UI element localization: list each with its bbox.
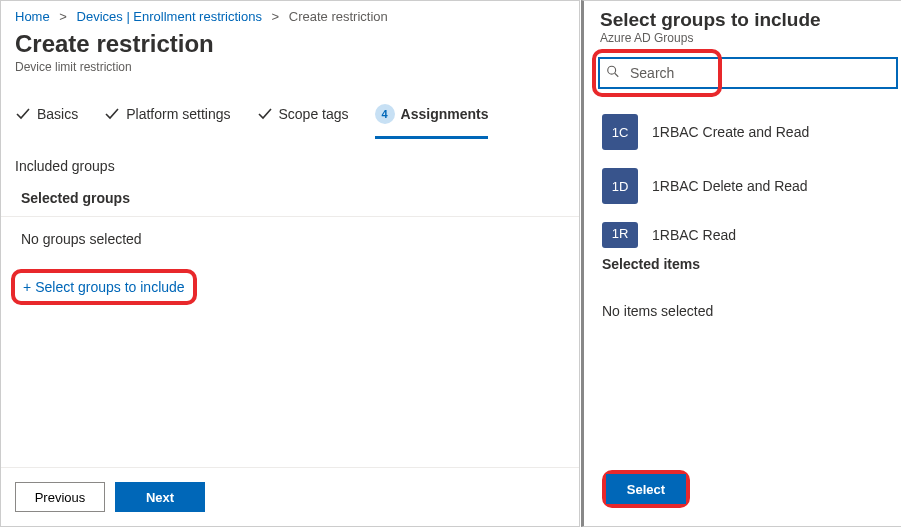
search-icon [606, 65, 620, 82]
breadcrumb-home[interactable]: Home [15, 9, 50, 24]
breadcrumb: Home > Devices | Enrollment restrictions… [1, 1, 579, 30]
breadcrumb-current: Create restriction [289, 9, 388, 24]
panel-title: Select groups to include [588, 1, 901, 31]
svg-point-0 [608, 66, 616, 74]
group-name: 1RBAC Create and Read [652, 124, 809, 140]
group-name: 1RBAC Delete and Read [652, 178, 808, 194]
svg-line-1 [615, 73, 619, 77]
breadcrumb-devices[interactable]: Devices | Enrollment restrictions [77, 9, 262, 24]
group-avatar: 1R [602, 222, 638, 248]
group-item[interactable]: 1D 1RBAC Delete and Read [588, 159, 901, 213]
search-input[interactable] [598, 57, 898, 89]
group-name: 1RBAC Read [652, 227, 736, 243]
select-groups-panel: Select groups to include Azure AD Groups… [581, 0, 901, 527]
plus-icon: + [23, 279, 31, 295]
highlight-annotation: Select [602, 470, 690, 508]
breadcrumb-sep: > [59, 9, 67, 24]
main-content: Home > Devices | Enrollment restrictions… [0, 0, 580, 527]
add-link-label: Select groups to include [35, 279, 184, 295]
selected-items-header: Selected items [588, 248, 901, 279]
page-subtitle: Device limit restriction [15, 60, 565, 74]
breadcrumb-sep: > [272, 9, 280, 24]
step-scope-tags[interactable]: Scope tags [257, 96, 349, 137]
check-icon [104, 106, 120, 122]
step-assignments[interactable]: 4 Assignments [375, 94, 489, 139]
step-number-badge: 4 [375, 104, 395, 124]
next-button[interactable]: Next [115, 482, 205, 512]
check-icon [257, 106, 273, 122]
step-platform-settings[interactable]: Platform settings [104, 96, 230, 137]
included-groups-label: Included groups [1, 140, 579, 180]
group-avatar: 1C [602, 114, 638, 150]
group-avatar: 1D [602, 168, 638, 204]
wizard-steps: Basics Platform settings Scope tags 4 As… [1, 94, 579, 140]
step-basics[interactable]: Basics [15, 96, 78, 137]
group-item[interactable]: 1C 1RBAC Create and Read [588, 105, 901, 159]
step-label: Platform settings [126, 106, 230, 122]
previous-button[interactable]: Previous [15, 482, 105, 512]
wizard-footer: Previous Next [1, 467, 579, 526]
search-wrap [598, 57, 898, 89]
group-list: 1C 1RBAC Create and Read 1D 1RBAC Delete… [588, 105, 901, 248]
selected-groups-header: Selected groups [1, 180, 579, 217]
panel-footer: Select [588, 458, 901, 526]
step-label: Scope tags [279, 106, 349, 122]
check-icon [15, 106, 31, 122]
group-item[interactable]: 1R 1RBAC Read [588, 213, 901, 248]
step-label: Basics [37, 106, 78, 122]
page-header: Create restriction Device limit restrict… [1, 30, 579, 88]
no-items-selected: No items selected [588, 285, 901, 337]
no-groups-selected: No groups selected [1, 217, 579, 261]
select-button[interactable]: Select [606, 474, 686, 504]
panel-subtitle: Azure AD Groups [588, 31, 901, 57]
select-groups-to-include-link[interactable]: + Select groups to include [11, 269, 197, 305]
step-label: Assignments [401, 106, 489, 122]
page-title: Create restriction [15, 30, 565, 58]
